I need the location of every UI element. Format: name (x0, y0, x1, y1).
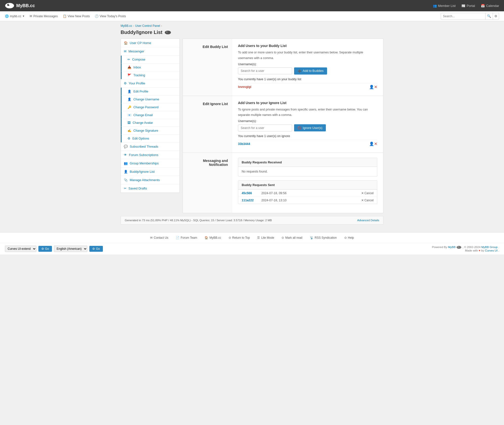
ignore-user-row-0: 33b3444 👤✕ (238, 140, 377, 148)
view-todays-posts-link[interactable]: 🕐 View Today's Posts (95, 14, 126, 18)
breadcrumb-sep-1: › (133, 24, 134, 28)
sidebar-item-change-avatar[interactable]: 🖼 Change Avatar (121, 119, 179, 127)
main-content: Edit Buddy List Add Users to your Buddy … (183, 39, 383, 213)
sidebar-item-change-password[interactable]: 🔑 Change Password (121, 103, 179, 111)
ignore-input-row: 🚫 Ignore User(s) (238, 124, 377, 131)
buddy-field-label: Username(s): (238, 63, 377, 66)
footer-lite-mode[interactable]: ☰ Lite Mode (257, 236, 274, 239)
sidebar-item-messenger[interactable]: ✉ Messenger (121, 47, 179, 56)
sidebar-item-buddy-ignore[interactable]: 👤 Buddy/Ignore List (121, 168, 179, 176)
sidebar-item-tracking[interactable]: 🚩 Tracking (121, 71, 179, 79)
messaging-body: Buddy Requests Received No requests foun… (232, 153, 383, 213)
sidebar-item-group-memberships[interactable]: 👥 Group Memberships (121, 159, 179, 168)
main-layout: 🏠 User CP Home ✉ Messenger ✏ Compose 📥 I… (121, 39, 383, 213)
sidebar-item-edit-profile[interactable]: 👤 Edit Profile (121, 88, 179, 95)
footer-contact-us[interactable]: ✉ Contact Us (150, 236, 168, 239)
sidebar-item-change-email[interactable]: 📧 Change Email (121, 111, 179, 119)
sidebar-item-manage-attachments[interactable]: 📎 Manage Attachments (121, 176, 179, 184)
buddy-list-label: Edit Buddy List (183, 39, 232, 96)
remove-ignore-icon-0[interactable]: 👤✕ (369, 142, 377, 146)
help-icon: ⊙ (344, 236, 347, 239)
portal-link[interactable]: 📰 Portal (461, 4, 475, 8)
buddy-input-row: ➕ Add to Buddies (238, 67, 377, 75)
site-name: MyBB.cc (16, 3, 35, 8)
calendar-link[interactable]: 📅 Calendar (481, 4, 499, 8)
breadcrumb-home[interactable]: MyBB.cc (121, 24, 132, 28)
sidebar-section-profile: ⚙ Your Profile (121, 79, 179, 88)
footer-logo-icon (456, 246, 462, 249)
buddy-user-link-0[interactable]: lovesgigi (238, 85, 251, 89)
curves-ui-link[interactable]: Curves UI (485, 249, 497, 252)
remove-buddy-icon-0[interactable]: 👤✕ (369, 85, 377, 89)
footer-return-top[interactable]: ⊙ Return to Top (229, 236, 250, 239)
posts-icon: 📋 (63, 14, 67, 18)
attachments-icon: 📎 (124, 178, 128, 182)
member-list-link[interactable]: 👥 Member List (433, 4, 456, 8)
view-new-posts-link[interactable]: 📋 View New Posts (63, 14, 90, 18)
ignore-user-link-0[interactable]: 33b3444 (238, 142, 250, 146)
ignore-list-body: Add Users to your Ignore List To ignore … (232, 96, 383, 153)
footer-rss[interactable]: 📡 RSS Syndication (310, 236, 337, 239)
buddy-search-input[interactable] (238, 67, 292, 74)
edit-profile-icon: 👤 (127, 90, 131, 93)
breadcrumb-ucp[interactable]: User Control Panel (135, 24, 160, 28)
advanced-details-link[interactable]: Advanced Details (357, 219, 379, 222)
cancel-icon-0: ✕ (361, 191, 364, 195)
ignore-list-section: Edit Ignore List Add Users to your Ignor… (183, 96, 383, 153)
inbox-icon: 📥 (127, 65, 131, 69)
logo-icon (5, 2, 14, 9)
sidebar-item-change-signature[interactable]: ✍ Change Signature (121, 127, 179, 135)
search-input[interactable] (441, 15, 485, 18)
request-user-1[interactable]: 111a222 (242, 199, 261, 202)
footer-mybbcc[interactable]: 🏠 MyBB.cc (205, 236, 221, 239)
content-wrap: MyBB.cc › User Control Panel › Buddy/Ign… (117, 21, 387, 227)
globe-icon: 🌐 (5, 14, 9, 18)
mybb-group-link[interactable]: MyBB Group (481, 246, 498, 249)
cancel-request-0[interactable]: ✕ Cancel (361, 191, 374, 195)
sidebar-item-usercp-home[interactable]: 🏠 User CP Home (121, 39, 179, 47)
sidebar-item-inbox[interactable]: 📥 Inbox (121, 63, 179, 71)
lang-select[interactable]: English (American) (54, 246, 87, 252)
ignore-users-button[interactable]: 🚫 Ignore User(s) (294, 124, 326, 131)
calendar-icon: 📅 (481, 4, 485, 8)
mybbcc-link[interactable]: 🌐 mybb.cc ▼ (5, 14, 25, 18)
footer-forum-team[interactable]: 📄 Forum Team (176, 236, 197, 239)
request-date-1: 2024-07-18, 13:10 (261, 199, 361, 202)
sidebar-item-subscribed-threads[interactable]: 💬 Subscribed Threads (121, 142, 179, 151)
private-messages-link[interactable]: ✉ Private Messages (30, 14, 58, 18)
ignore-list-title: Add Users to your Ignore List (238, 101, 377, 105)
theme-select[interactable]: Curves UI-extend (5, 246, 36, 252)
cancel-request-1[interactable]: ✕ Cancel (361, 199, 374, 202)
stats-text: Generated in 73 ms (51.89% PHP / 48.11% … (125, 219, 272, 222)
home-icon: 🏠 (124, 41, 128, 45)
ignore-field-label: Username(s): (238, 119, 377, 123)
add-to-buddies-button[interactable]: ➕ Add to Buddies (294, 67, 327, 75)
request-user-0[interactable]: 45c566 (242, 191, 261, 195)
footer-powered: Powered By MyBB , © 2002-2024 MyBB Group… (432, 246, 499, 252)
sidebar-item-change-username[interactable]: 👤 Change Username (121, 95, 179, 103)
envelope-icon: ✉ (30, 14, 32, 18)
footer-help[interactable]: ⊙ Help (344, 236, 354, 239)
ignore-search-input[interactable] (238, 125, 292, 131)
sidebar-item-compose[interactable]: ✏ Compose (121, 56, 179, 63)
theme-go-button[interactable]: ⚙ Go (38, 246, 52, 252)
dropdown-icon: ▼ (22, 15, 25, 17)
messaging-label: Messaging and Notification (183, 153, 232, 213)
sidebar-item-forum-subscriptions[interactable]: 👁 Forum Subscriptions (121, 151, 179, 159)
buddy-list-section: Edit Buddy List Add Users to your Buddy … (183, 39, 383, 96)
sidebar-item-saved-drafts[interactable]: ✂ Saved Drafts (121, 184, 179, 193)
mybb-link[interactable]: MyBB (448, 246, 456, 249)
search-button[interactable]: 🔍 (485, 13, 493, 19)
lang-go-button[interactable]: ⚙ Go (89, 246, 103, 252)
footer-links: ✉ Contact Us 📄 Forum Team 🏠 MyBB.cc ⊙ Re… (0, 233, 504, 243)
ignore-status-text: You currently have 1 user(s) on ignore (238, 134, 377, 138)
bottom-footer: ✉ Contact Us 📄 Forum Team 🏠 MyBB.cc ⊙ Re… (0, 232, 504, 254)
requests-received-empty: No requests found. (238, 167, 377, 176)
secondary-nav: 🌐 mybb.cc ▼ ✉ Private Messages 📋 View Ne… (0, 11, 504, 21)
footer-mark-all-read[interactable]: ⊙ Mark all read (282, 236, 302, 239)
search-settings-button[interactable]: ⚙ (493, 13, 499, 19)
lang-go-icon: ⚙ (92, 247, 95, 251)
sidebar-item-edit-options[interactable]: ⚙ Edit Options (121, 135, 179, 142)
profile-section-icon: ⚙ (124, 81, 127, 85)
search-bar: 🔍 ⚙ (441, 13, 499, 20)
